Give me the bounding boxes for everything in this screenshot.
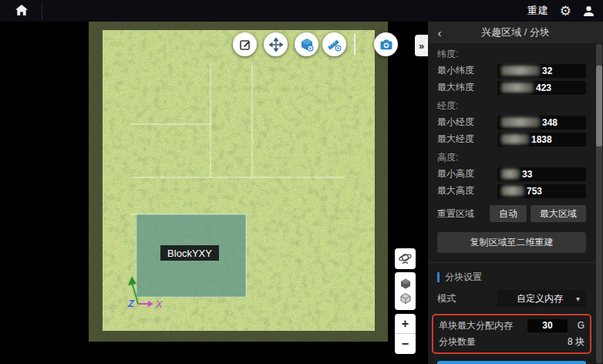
toolbar-divider <box>354 34 355 55</box>
block-count-label: 分块数量 <box>439 335 568 349</box>
copy-region-to-2d-button[interactable]: 复制区域至二维重建 <box>437 232 586 253</box>
min-height-label: 最小高度 <box>437 167 497 180</box>
topbar-divider <box>42 2 42 19</box>
app-window: » BlockYXY <box>0 0 603 364</box>
scrollbar-thumb[interactable] <box>596 66 602 147</box>
redacted-value-blur <box>501 83 534 93</box>
redacted-value-blur <box>501 169 520 179</box>
show-model-button[interactable] <box>295 32 318 56</box>
apply-button[interactable]: 应用 <box>437 361 586 364</box>
min-longitude-input[interactable]: 348 <box>497 116 586 130</box>
min-height-row: 最小高度 33 <box>437 167 586 181</box>
move-arrows-icon <box>269 38 283 52</box>
zoom-in-button[interactable]: + <box>395 314 416 334</box>
max-latitude-row: 最大纬度 423 <box>437 80 586 95</box>
mode-dropdown[interactable]: 自定义内存 ▾ <box>497 290 586 307</box>
min-latitude-label: 最小纬度 <box>437 64 497 77</box>
panel-content: 纬度: 最小纬度 32 最大纬度 423 经度: 最小经度 <box>428 43 595 364</box>
section-divider <box>428 262 595 263</box>
zoom-out-button[interactable]: − <box>395 334 416 354</box>
chevron-down-icon: ▾ <box>576 295 580 303</box>
camera-icon <box>379 37 394 52</box>
max-latitude-value: 423 <box>536 83 551 93</box>
user-account-icon[interactable] <box>582 5 595 18</box>
ruler-visibility-icon <box>327 37 342 52</box>
home-icon <box>15 5 28 16</box>
terrain-point-cloud <box>0 22 428 364</box>
axis-gizmo: Z X <box>122 270 165 310</box>
max-latitude-input[interactable]: 423 <box>497 81 586 95</box>
screenshot-button[interactable] <box>374 32 398 56</box>
edit-region-button[interactable] <box>233 32 257 56</box>
chevron-right-icon: » <box>419 40 424 52</box>
block-count-row: 分块数量 8 块 <box>439 335 584 349</box>
min-longitude-row: 最小经度 348 <box>437 115 586 130</box>
back-button[interactable]: ‹ <box>428 26 451 39</box>
panel-title: 兴趣区域 / 分块 <box>451 25 580 39</box>
globe-orbit-icon <box>398 251 413 266</box>
max-height-row: 最大高度 753 <box>437 184 586 198</box>
cube-visibility-icon <box>299 37 315 52</box>
rebuild-menu-item[interactable]: 重建 <box>527 4 549 18</box>
block-settings-header: 分块设置 <box>437 271 586 284</box>
latitude-group-label: 纬度: <box>437 48 586 61</box>
panel-header: ‹ 兴趣区域 / 分块 <box>428 22 603 43</box>
section-accent-bar <box>437 272 440 282</box>
mode-label: 模式 <box>437 292 497 305</box>
block-count-value: 8 块 <box>568 335 584 349</box>
reset-region-row: 重置区域 自动 最大区域 <box>437 205 586 222</box>
max-height-label: 最大高度 <box>437 184 497 197</box>
max-longitude-input[interactable]: 1838 <box>497 133 586 147</box>
globe-view-button[interactable] <box>395 248 416 269</box>
min-height-input[interactable]: 33 <box>497 167 586 181</box>
max-height-input[interactable]: 753 <box>497 184 586 198</box>
panel-collapse-tab[interactable]: » <box>415 35 428 56</box>
min-latitude-value: 32 <box>542 66 552 76</box>
memory-settings-highlight: 单块最大分配内存 30 G 分块数量 8 块 <box>432 314 591 354</box>
home-button[interactable] <box>15 5 29 17</box>
zoom-controls: + − <box>395 314 416 354</box>
roi-block-panel: ‹ 兴趣区域 / 分块 纬度: 最小纬度 32 最大纬度 423 经度: <box>428 22 603 364</box>
viewport-3d[interactable]: » BlockYXY <box>0 22 428 364</box>
min-latitude-input[interactable]: 32 <box>497 64 586 78</box>
min-latitude-row: 最小纬度 32 <box>437 63 586 78</box>
memory-per-block-label: 单块最大分配内存 <box>439 319 527 332</box>
longitude-group-label: 经度: <box>437 99 586 113</box>
memory-row: 单块最大分配内存 30 G <box>439 318 584 333</box>
max-region-button[interactable]: 最大区域 <box>531 205 586 222</box>
max-longitude-value: 1838 <box>531 134 552 145</box>
settings-gear-icon[interactable]: ⚙ <box>560 5 571 18</box>
view-tools: + − <box>395 248 416 354</box>
solid-cube-icon[interactable] <box>399 278 412 290</box>
cube-view-group <box>395 272 416 310</box>
max-longitude-row: 最大经度 1838 <box>437 132 586 147</box>
redacted-value-blur <box>501 134 529 144</box>
auto-button[interactable]: 自动 <box>490 205 527 222</box>
show-measure-button[interactable] <box>322 32 346 56</box>
memory-per-block-input[interactable]: 30 <box>527 319 568 332</box>
panel-scrollbar[interactable] <box>596 44 602 363</box>
wireframe-cube-icon[interactable] <box>399 292 412 305</box>
edit-icon <box>239 39 251 51</box>
max-latitude-label: 最大纬度 <box>437 81 497 94</box>
memory-unit-label: G <box>568 320 584 331</box>
reset-region-label: 重置区域 <box>437 207 486 221</box>
max-height-value: 753 <box>527 186 542 197</box>
redacted-value-blur <box>501 66 540 76</box>
min-height-value: 33 <box>522 169 532 180</box>
top-bar: 重建 ⚙ <box>0 0 603 22</box>
min-longitude-label: 最小经度 <box>437 116 497 129</box>
mode-row: 模式 自定义内存 ▾ <box>437 290 586 307</box>
redacted-value-blur <box>501 186 524 196</box>
height-group-label: 高度: <box>437 151 586 164</box>
max-longitude-label: 最大经度 <box>437 133 497 146</box>
min-longitude-value: 348 <box>542 117 558 128</box>
block-name-label: BlockYXY <box>160 245 219 261</box>
mode-selected-value: 自定义内存 <box>504 292 576 305</box>
topbar-actions: 重建 ⚙ <box>527 0 595 22</box>
move-region-button[interactable] <box>264 32 288 56</box>
z-axis-label: Z <box>127 298 135 309</box>
block-settings-title: 分块设置 <box>445 271 482 284</box>
x-axis-label: X <box>155 298 163 310</box>
viewport-toolbar: » <box>0 32 428 59</box>
